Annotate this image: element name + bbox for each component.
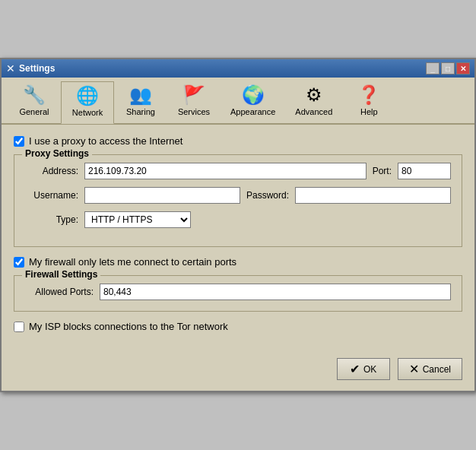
tab-services[interactable]: 🚩 Services [167,81,221,123]
footer: ✔ OK ✕ Cancel [2,350,474,391]
allowed-ports-label: Allowed Ports: [25,287,94,297]
firewall-checkbox[interactable] [14,257,24,268]
network-icon: 🌐 [76,87,99,105]
type-select[interactable]: HTTP / HTTPS SOCKS4 SOCKS5 [84,211,191,228]
isp-checkbox-row: My ISP blocks connections to the Tor net… [14,321,462,332]
tab-sharing-label: Sharing [126,107,155,116]
ok-button[interactable]: ✔ OK [337,358,390,380]
firewall-checkbox-row: My firewall only lets me connect to cert… [14,256,462,268]
proxy-settings-legend: Proxy Settings [22,148,92,159]
toolbar: 🔧 General 🌐 Network 👥 Sharing 🚩 Services… [2,78,474,124]
firewall-settings-legend: Firewall Settings [22,269,100,280]
tab-services-label: Services [178,107,210,116]
appearance-icon: 🌍 [242,86,265,104]
password-label: Password: [246,190,289,201]
tab-appearance-label: Appearance [230,107,275,116]
cancel-button[interactable]: ✕ Cancel [398,358,462,380]
proxy-checkbox[interactable] [14,136,24,147]
port-input[interactable] [398,163,451,179]
general-icon: 🔧 [23,86,46,104]
tab-appearance[interactable]: 🌍 Appearance [221,81,285,123]
proxy-settings-group: Proxy Settings Address: Port: Username: … [14,154,462,247]
window-icon: ✕ [6,62,15,74]
content-area: I use a proxy to access the Internet Pro… [2,124,474,350]
tab-network-label: Network [72,108,103,117]
firewall-checkbox-label: My firewall only lets me connect to cert… [29,256,236,268]
address-row: Address: Port: [25,163,451,179]
allowed-ports-input[interactable] [100,284,451,300]
maximize-button[interactable]: □ [441,62,455,74]
help-icon: ❓ [357,86,380,104]
advanced-icon: ⚙ [306,86,322,104]
port-label: Port: [373,166,392,176]
services-icon: 🚩 [182,86,205,104]
tab-network[interactable]: 🌐 Network [61,81,114,124]
type-row: Type: HTTP / HTTPS SOCKS4 SOCKS5 [25,211,451,228]
username-label: Username: [25,190,78,201]
isp-checkbox[interactable] [14,322,24,332]
minimize-button[interactable]: _ [426,62,440,74]
tab-advanced[interactable]: ⚙ Advanced [285,81,342,123]
allowed-ports-row: Allowed Ports: [25,284,451,300]
username-input[interactable] [84,187,240,204]
window-title: Settings [19,63,55,74]
tab-advanced-label: Advanced [295,107,332,116]
ok-icon: ✔ [350,362,360,376]
username-password-row: Username: Password: [25,187,451,204]
tab-general[interactable]: 🔧 General [8,81,61,123]
ok-label: OK [363,364,376,375]
proxy-checkbox-label: I use a proxy to access the Internet [29,135,182,147]
address-input[interactable] [84,163,367,179]
title-bar: ✕ Settings _ □ ✕ [2,59,474,78]
tab-general-label: General [19,107,49,116]
sharing-icon: 👥 [129,86,152,104]
cancel-label: Cancel [423,364,451,375]
cancel-icon: ✕ [409,362,419,376]
firewall-settings-group: Firewall Settings Allowed Ports: [14,275,462,312]
password-input[interactable] [295,187,451,204]
type-label: Type: [25,214,78,225]
address-label: Address: [25,166,78,176]
tab-sharing[interactable]: 👥 Sharing [114,81,167,123]
proxy-checkbox-row: I use a proxy to access the Internet [14,135,462,147]
title-buttons: _ □ ✕ [426,62,470,74]
tab-help[interactable]: ❓ Help [342,81,395,123]
tab-help-label: Help [360,107,378,116]
isp-checkbox-label: My ISP blocks connections to the Tor net… [29,321,228,332]
close-button[interactable]: ✕ [456,62,470,74]
settings-window: ✕ Settings _ □ ✕ 🔧 General 🌐 Network 👥 S… [0,58,476,392]
